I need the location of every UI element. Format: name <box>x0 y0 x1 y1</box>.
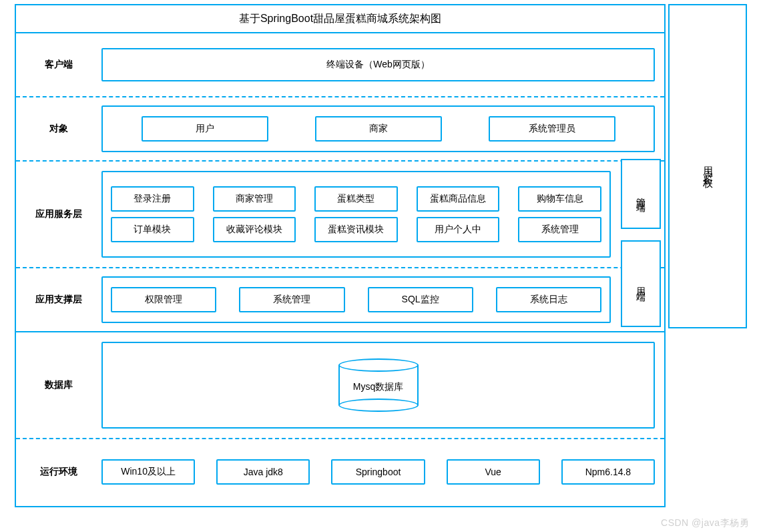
row-env: 运行环境 Win10及以上 Java jdk8 Springboot Vue N… <box>16 438 664 505</box>
service-row-1: 登录注册 商家管理 蛋糕类型 蛋糕商品信息 购物车信息 <box>111 186 601 212</box>
service-favorite: 收藏评论模块 <box>213 217 296 242</box>
support-permission: 权限管理 <box>111 287 216 312</box>
row-label-service: 应用服务层 <box>16 162 101 267</box>
title-text: 基于SpringBoot甜品屋蛋糕商城系统架构图 <box>239 12 441 26</box>
env-springboot: Springboot <box>331 459 425 485</box>
service-row-2: 订单模块 收藏评论模块 蛋糕资讯模块 用户个人中 系统管理 <box>111 217 601 242</box>
object-admin: 系统管理员 <box>489 116 615 142</box>
side-mgmt-column: 管理端 用户端 <box>621 159 662 327</box>
service-cart: 购物车信息 <box>518 186 601 212</box>
client-terminal-text: 终端设备（Web网页版） <box>326 59 430 71</box>
architecture-outer-frame: 基于SpringBoot甜品屋蛋糕商城系统架构图 客户端 终端设备（Web网页版… <box>15 4 666 507</box>
env-win10: Win10及以上 <box>101 459 195 485</box>
service-news: 蛋糕资讯模块 <box>314 217 398 242</box>
row-label-support: 应用支撑层 <box>16 268 101 331</box>
support-sys-log: 系统日志 <box>496 287 601 312</box>
side-mgmt-end: 管理端 <box>621 159 661 229</box>
support-sys-mgmt: 系统管理 <box>239 287 344 312</box>
row-support: 应用支撑层 权限管理 系统管理 SQL监控 系统日志 <box>16 267 664 331</box>
env-npm: Npm6.14.8 <box>561 459 655 485</box>
db-panel: Mysq数据库 <box>101 342 655 429</box>
env-jdk8: Java jdk8 <box>216 459 310 485</box>
service-user-center: 用户个人中 <box>417 217 500 242</box>
row-service: 应用服务层 登录注册 商家管理 蛋糕类型 蛋糕商品信息 购物车信息 订单模块 收… <box>16 160 664 267</box>
right-auth-column: 用户鉴权 <box>668 4 747 328</box>
row-label-client: 客户端 <box>16 33 101 96</box>
service-login: 登录注册 <box>111 186 194 212</box>
support-sql-monitor: SQL监控 <box>368 287 473 312</box>
row-label-object: 对象 <box>16 97 101 160</box>
service-order: 订单模块 <box>111 217 194 242</box>
service-merchant-mgmt: 商家管理 <box>213 186 296 212</box>
object-merchant: 商家 <box>315 116 442 142</box>
support-panel: 权限管理 系统管理 SQL监控 系统日志 <box>101 276 611 323</box>
row-label-env: 运行环境 <box>16 439 101 505</box>
db-cylinder-icon: Mysq数据库 <box>338 358 419 412</box>
side-user-end: 用户端 <box>621 240 661 327</box>
row-db: 数据库 Mysq数据库 <box>16 331 664 438</box>
service-panel: 登录注册 商家管理 蛋糕类型 蛋糕商品信息 购物车信息 订单模块 收藏评论模块 … <box>101 171 611 258</box>
row-client: 客户端 终端设备（Web网页版） <box>16 32 664 96</box>
row-label-db: 数据库 <box>16 332 101 438</box>
diagram-title: 基于SpringBoot甜品屋蛋糕商城系统架构图 <box>16 5 664 32</box>
row-object: 对象 用户 商家 系统管理员 <box>16 96 664 160</box>
client-terminal-box: 终端设备（Web网页版） <box>101 48 655 81</box>
object-user: 用户 <box>142 116 268 142</box>
watermark-text: CSDN @java李杨勇 <box>661 517 749 529</box>
db-cylinder-label: Mysq数据库 <box>353 381 403 393</box>
service-cake-type: 蛋糕类型 <box>314 186 398 212</box>
service-cake-product: 蛋糕商品信息 <box>417 186 500 212</box>
service-sys-mgmt: 系统管理 <box>518 217 601 242</box>
user-auth-box: 用户鉴权 <box>668 4 747 328</box>
object-panel: 用户 商家 系统管理员 <box>101 105 655 152</box>
env-vue: Vue <box>447 459 540 485</box>
